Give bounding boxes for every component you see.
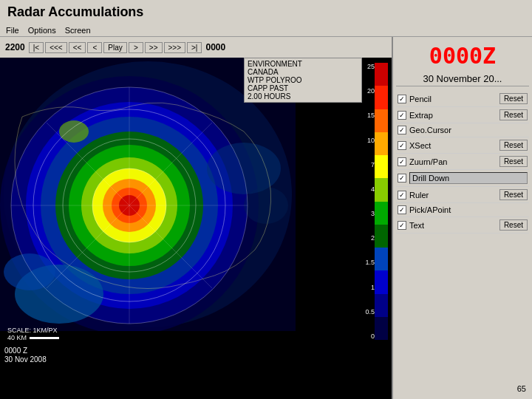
scale-text: SCALE: 1KM/PX (7, 327, 59, 334)
scale-bar-info: SCALE: 1KM/PX 40 KM (7, 327, 59, 341)
svg-point-18 (59, 120, 89, 143)
radar-area: 2200 |< <<< << < Play > >> >>> >| 0000 (0, 37, 392, 399)
checkbox-pickapoint[interactable] (398, 205, 406, 214)
tool-row-drilldown: Drill Down (396, 170, 529, 187)
reset-btn-zuurnpan[interactable]: Reset (499, 156, 528, 167)
info-line2: CANADA (248, 68, 358, 76)
bottom-left-info: 0000 Z 30 Nov 2008 (4, 347, 47, 396)
checkbox-xsect[interactable] (398, 141, 406, 150)
checkbox-zuurnpan[interactable] (398, 157, 406, 166)
info-line4: CAPP PAST (248, 84, 358, 92)
scale-label: 7 (365, 161, 375, 168)
radar-bottom: 0000 Z 30 Nov 2008 (0, 344, 392, 399)
info-overlay: ENVIRONMENT CANADA WTP POLYROO CAPP PAST… (244, 58, 362, 103)
checkbox-geocursor[interactable] (398, 126, 406, 134)
tool-row-zuurnpan: Zuurn/PanReset (396, 154, 529, 170)
tool-row-text: TextReset (396, 217, 529, 233)
tool-name-zuurnpan: Zuurn/Pan (409, 157, 497, 166)
info-line5: 2.00 HOURS (248, 92, 358, 100)
tool-row-geocursor: Geo.Cursor (396, 123, 529, 137)
tool-row-ruler: RulerReset (396, 187, 529, 203)
reset-btn-xsect[interactable]: Reset (499, 140, 528, 151)
btn-triple-left[interactable]: <<< (45, 42, 67, 53)
reset-btn-text[interactable]: Reset (499, 219, 528, 231)
tool-row-xsect: XSectReset (396, 137, 529, 154)
tool-name-extrap: Extrap (409, 111, 497, 120)
scale-label: 0.5 (365, 308, 375, 316)
tool-name-pickapoint: Pick/APoint (409, 205, 528, 214)
scale-label: 3 (365, 210, 375, 217)
svg-point-17 (244, 187, 288, 224)
bottom-date: 30 Nov 2008 (4, 355, 47, 364)
checkbox-text[interactable] (398, 221, 406, 230)
scale-label: 1.5 (365, 259, 375, 266)
menu-bar: File Options Screen (0, 24, 532, 37)
time-display: 0000Z (396, 40, 529, 72)
btn-single-left[interactable]: < (87, 42, 102, 53)
tool-name-ruler: Ruler (409, 191, 497, 200)
btn-single-right[interactable]: > (129, 42, 143, 53)
reset-btn-extrap[interactable]: Reset (499, 109, 528, 120)
menu-options[interactable]: Options (28, 26, 56, 35)
tool-name-xsect: XSect (409, 141, 497, 150)
info-line3: WTP POLYROO (248, 76, 358, 84)
tool-row-extrap: ExtrapReset (396, 107, 529, 123)
scale-label: 10 (365, 137, 375, 144)
info-line1: ENVIRONMENT (248, 60, 358, 68)
date-display: 30 November 20... (396, 72, 529, 86)
tool-name-text: Text (409, 221, 497, 230)
color-scale (375, 63, 388, 340)
tool-row-pickapoint: Pick/APoint (396, 203, 529, 217)
reset-btn-pencil[interactable]: Reset (499, 93, 528, 104)
radar-toolbar: 2200 |< <<< << < Play > >> >>> >| 0000 (0, 37, 392, 58)
checkbox-ruler[interactable] (398, 191, 406, 200)
reset-btn-ruler[interactable]: Reset (499, 189, 528, 200)
scale-label: 0 (365, 332, 375, 340)
btn-triple-right[interactable]: >>> (164, 42, 186, 53)
right-sidebar: 0000Z 30 November 20... PencilResetExtra… (392, 37, 532, 399)
btn-double-right[interactable]: >> (145, 42, 163, 53)
scale-label: 4 (365, 185, 375, 193)
scale-label: 1 (365, 284, 375, 291)
tool-list: PencilResetExtrapResetGeo.CursorXSectRes… (396, 91, 529, 233)
time-left-label: 2200 (5, 42, 25, 52)
scale-label: 20 (365, 87, 375, 95)
distance-label: 40 KM (7, 334, 27, 341)
tool-name-pencil: Pencil (409, 95, 497, 103)
menu-screen[interactable]: Screen (65, 26, 91, 35)
menu-file[interactable]: File (6, 26, 19, 35)
checkbox-drilldown[interactable] (398, 174, 406, 183)
scale-label: 15 (365, 112, 375, 119)
page-number: 65 (396, 381, 529, 396)
tool-name-drilldown: Drill Down (409, 172, 528, 184)
page-title: Radar Accumulations (7, 4, 143, 19)
bottom-time: 0000 Z (4, 347, 47, 355)
checkbox-pencil[interactable] (398, 95, 406, 103)
btn-play[interactable]: Play (103, 42, 126, 53)
checkbox-extrap[interactable] (398, 111, 406, 120)
tool-row-pencil: PencilReset (396, 91, 529, 107)
time-right-label: 0000 (205, 42, 225, 52)
svg-point-15 (4, 253, 55, 290)
btn-pipe-left[interactable]: |< (29, 42, 44, 53)
tool-name-geocursor: Geo.Cursor (409, 126, 528, 134)
title-bar: Radar Accumulations (0, 0, 532, 24)
scale-label: 2 (365, 234, 375, 242)
scale-label: 25 (365, 63, 375, 70)
btn-pipe-right[interactable]: >| (187, 42, 202, 53)
scale-labels: 2520151074321.510.50 (365, 63, 375, 340)
btn-double-left[interactable]: << (69, 42, 86, 53)
main-content: 2200 |< <<< << < Play > >> >>> >| 0000 (0, 37, 532, 399)
